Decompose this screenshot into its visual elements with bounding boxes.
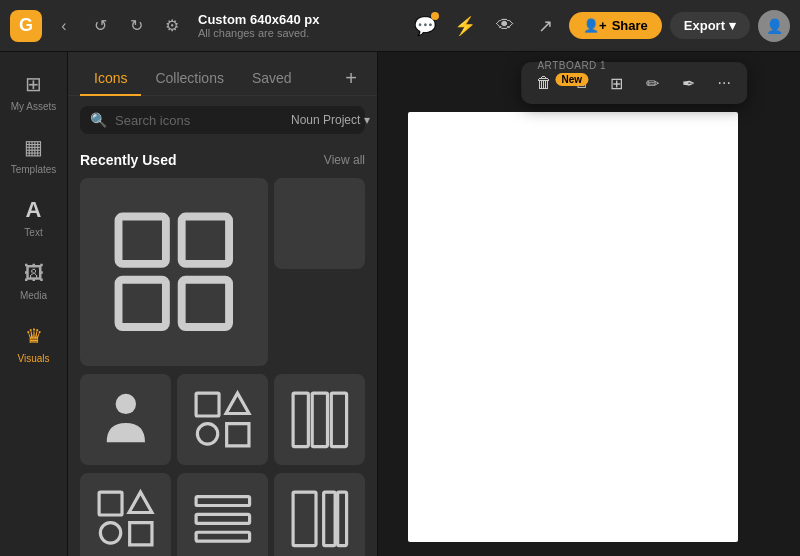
nav-item-text-label: Text: [24, 227, 42, 239]
search-provider-dropdown[interactable]: Noun Project ▾: [291, 113, 370, 127]
chevron-down-icon: ▾: [364, 113, 370, 127]
media-icon: 🖼: [20, 259, 48, 287]
search-input[interactable]: [115, 113, 283, 128]
my-assets-icon: ⊞: [20, 70, 48, 98]
svg-rect-18: [196, 532, 249, 541]
pen2-icon: ✒: [682, 74, 695, 93]
preview-button[interactable]: 👁: [489, 10, 521, 42]
pen2-button[interactable]: ✒: [673, 68, 703, 98]
svg-rect-5: [196, 393, 219, 416]
nav-item-templates[interactable]: ▦ Templates: [4, 125, 64, 184]
nav-item-visuals[interactable]: ♛ Visuals: [4, 314, 64, 373]
text-icon: A: [20, 196, 48, 224]
search-bar: 🔍 Noun Project ▾: [80, 106, 365, 134]
svg-rect-11: [331, 393, 346, 446]
icon-cell-grid-large[interactable]: [80, 178, 268, 366]
icons-panel: Icons Collections Saved + 🔍 Noun Project…: [68, 52, 378, 556]
nav-item-text[interactable]: A Text: [4, 188, 64, 247]
svg-marker-6: [226, 393, 249, 413]
person-icon: [94, 388, 158, 452]
list-lines-icon: [191, 487, 255, 551]
grid-4-icon: [108, 206, 240, 338]
visuals-icon: ♛: [20, 322, 48, 350]
svg-point-7: [197, 423, 217, 443]
recently-used-title: Recently Used: [80, 152, 176, 168]
undo-button[interactable]: ↺: [86, 12, 114, 40]
artboard-canvas[interactable]: [408, 112, 738, 542]
arrange-icon: ⊞: [610, 74, 623, 93]
pen-button[interactable]: ✏: [637, 68, 667, 98]
more-button[interactable]: ···: [709, 68, 739, 98]
svg-rect-16: [196, 496, 249, 505]
icon-cell-shapes-grid[interactable]: [177, 374, 268, 465]
artboard-label: ARTBOARD 1: [537, 60, 606, 71]
svg-point-4: [115, 393, 135, 413]
icon-cell-split-view[interactable]: [274, 473, 365, 556]
icon-grid-row2: [80, 374, 365, 465]
svg-rect-2: [119, 280, 166, 327]
icon-cell-layout-mix[interactable]: [80, 473, 171, 556]
svg-rect-20: [323, 492, 334, 545]
share-people-icon: 👤+: [583, 18, 607, 33]
lightning-button[interactable]: ⚡: [449, 10, 481, 42]
eye-icon: 👁: [496, 15, 514, 36]
share-link-icon: ↗: [538, 15, 553, 37]
tab-collections[interactable]: Collections: [141, 62, 237, 96]
svg-marker-8: [226, 423, 248, 445]
user-avatar[interactable]: 👤: [758, 10, 790, 42]
export-button[interactable]: Export ▾: [670, 12, 750, 39]
nav-item-my-assets[interactable]: ⊞ My Assets: [4, 62, 64, 121]
nav-item-visuals-label: Visuals: [17, 353, 49, 365]
columns-icon: [288, 388, 352, 452]
lightning-icon: ⚡: [454, 15, 476, 37]
pen-icon: ✏: [646, 74, 659, 93]
icon-cell-person[interactable]: [80, 374, 171, 465]
svg-rect-17: [196, 514, 249, 523]
icon-grid-row3: [80, 473, 365, 556]
icon-cell-columns[interactable]: [274, 374, 365, 465]
svg-rect-0: [119, 217, 166, 264]
share-link-button[interactable]: ↗: [529, 10, 561, 42]
tab-icons[interactable]: Icons: [80, 62, 141, 96]
nav-item-my-assets-label: My Assets: [11, 101, 57, 113]
comment-button[interactable]: 💬: [409, 10, 441, 42]
new-badge: New: [556, 73, 589, 86]
svg-rect-21: [337, 492, 346, 545]
svg-marker-13: [129, 492, 152, 512]
svg-rect-3: [182, 280, 229, 327]
icon-cell-empty1[interactable]: [274, 178, 365, 269]
search-icon: 🔍: [90, 112, 107, 128]
svg-rect-10: [312, 393, 327, 446]
svg-point-14: [100, 522, 120, 542]
svg-marker-15: [129, 522, 151, 544]
comment-badge: [431, 12, 439, 20]
main-layout: ⊞ My Assets ▦ Templates A Text 🖼 Media ♛…: [0, 52, 800, 556]
back-button[interactable]: ‹: [50, 12, 78, 40]
top-bar: G ‹ ↺ ↻ ⚙ Custom 640x640 px All changes …: [0, 0, 800, 52]
more-icon: ···: [718, 74, 731, 92]
svg-rect-12: [99, 492, 122, 515]
panel-content: Recently Used View all: [68, 144, 377, 556]
svg-rect-1: [182, 217, 229, 264]
recently-used-header: Recently Used View all: [80, 152, 365, 168]
app-logo[interactable]: G: [10, 10, 42, 42]
artboard-area: ARTBOARD 1 New 🗑 ⧉ ⊞ ✏ ✒ ···: [378, 52, 800, 556]
settings-button[interactable]: ⚙: [158, 12, 186, 40]
shapes-grid-icon: [191, 388, 255, 452]
add-tab-button[interactable]: +: [337, 65, 365, 93]
icon-cell-list-lines[interactable]: [177, 473, 268, 556]
panel-tabs: Icons Collections Saved +: [68, 52, 377, 96]
nav-item-media[interactable]: 🖼 Media: [4, 251, 64, 310]
canvas-area: [378, 52, 800, 556]
redo-button[interactable]: ↻: [122, 12, 150, 40]
top-bar-actions: 💬 ⚡ 👁 ↗ 👤+ Share Export ▾ 👤: [409, 10, 790, 42]
artboard-label-wrap: ARTBOARD 1 New: [537, 60, 606, 86]
share-button[interactable]: 👤+ Share: [569, 12, 662, 39]
layout-mix-icon: [94, 487, 158, 551]
left-nav: ⊞ My Assets ▦ Templates A Text 🖼 Media ♛…: [0, 52, 68, 556]
document-title: Custom 640x640 px All changes are saved.: [198, 12, 319, 39]
svg-rect-19: [293, 492, 316, 545]
split-view-icon: [288, 487, 352, 551]
tab-saved[interactable]: Saved: [238, 62, 306, 96]
view-all-button[interactable]: View all: [324, 153, 365, 167]
